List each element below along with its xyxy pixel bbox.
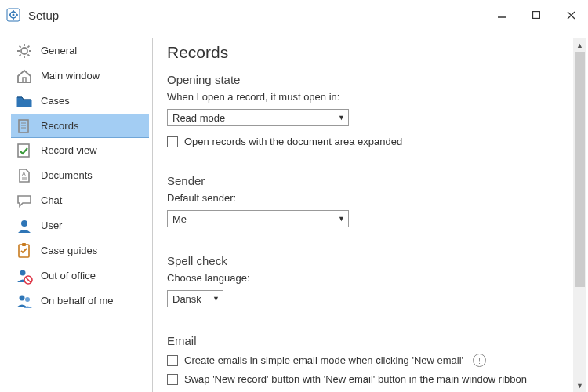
sidebar-item-label: On behalf of me [41,295,114,307]
out-of-office-icon [16,267,33,285]
sidebar-item-label: Records [41,120,78,132]
record-icon [16,118,33,135]
document-icon: A [16,167,33,184]
section-email: Email Create emails in simple email mode… [167,334,573,385]
sidebar-item-label: User [41,220,62,231]
svg-rect-23 [22,243,26,246]
svg-point-27 [20,295,25,300]
chat-icon [16,192,33,209]
sidebar-item-label: Main window [41,70,100,82]
section-heading: Opening state [167,73,573,86]
sidebar-item-user[interactable]: User [11,213,149,238]
svg-text:A: A [22,171,26,176]
close-button[interactable] [554,2,588,27]
section-sender: Sender Default sender: Me ▼ [167,174,573,227]
sidebar: General Main window Cases Records [11,38,152,392]
vertical-scrollbar[interactable]: ▲ ▼ [573,38,586,392]
sidebar-item-documents[interactable]: A Documents [11,163,149,188]
simple-email-label: Create emails in simple email mode when … [184,354,463,366]
open-mode-select[interactable]: Read mode ▼ [167,109,349,126]
record-view-icon [16,142,33,159]
section-spell-check: Spell check Choose language: Dansk ▼ [167,254,573,307]
content: Records Opening state When I open a reco… [167,38,573,392]
section-heading: Spell check [167,254,573,267]
on-behalf-icon [16,292,33,310]
simple-email-checkbox-row[interactable]: Create emails in simple email mode when … [167,354,573,367]
sidebar-item-main-window[interactable]: Main window [11,64,149,89]
expand-checkbox-row[interactable]: Open records with the document area expa… [167,136,573,147]
sidebar-item-label: Chat [41,194,62,206]
sidebar-item-case-guides[interactable]: Case guides [11,238,149,263]
chevron-down-icon: ▼ [338,215,345,223]
open-mode-value: Read mode [172,112,225,124]
sidebar-item-label: Out of office [41,270,96,281]
maximize-button[interactable] [519,2,554,27]
swap-button-label: Swap 'New record' button with 'New email… [184,373,527,385]
svg-point-11 [21,48,27,54]
section-heading: Email [167,334,573,347]
svg-point-2 [13,14,15,16]
body: General Main window Cases Records [0,31,588,392]
svg-rect-13 [19,120,28,132]
sender-value: Me [172,213,187,225]
svg-rect-12 [23,78,26,82]
section-heading: Sender [167,174,573,187]
svg-point-21 [21,220,27,227]
sidebar-item-label: Record view [41,144,97,156]
page-title: Records [167,43,573,62]
language-select[interactable]: Dansk ▼ [167,290,223,307]
gear-icon [16,42,33,60]
house-icon [16,67,33,85]
checkbox-icon [167,374,178,385]
scroll-down-icon[interactable]: ▼ [573,379,586,392]
svg-rect-8 [533,12,540,19]
titlebar: Setup [0,0,588,31]
minimize-button[interactable] [485,2,519,27]
expand-label: Open records with the document area expa… [184,136,402,147]
section-opening-state: Opening state When I open a record, it m… [167,73,573,147]
language-value: Dansk [172,293,201,305]
chevron-down-icon: ▼ [212,295,220,303]
scroll-up-icon[interactable]: ▲ [573,38,586,52]
sidebar-item-label: Case guides [41,245,97,256]
sidebar-item-record-view[interactable]: Record view [11,138,149,163]
sidebar-item-label: General [41,45,77,56]
sidebar-item-chat[interactable]: Chat [11,188,149,213]
sidebar-item-general[interactable]: General [11,38,149,64]
main-panel: Records Opening state When I open a reco… [152,38,588,392]
default-sender-select[interactable]: Me ▼ [167,210,349,227]
folder-icon [16,93,33,110]
info-icon[interactable]: ! [473,354,486,367]
svg-rect-17 [18,144,29,157]
setup-window: Setup General [0,0,588,392]
sidebar-item-out-of-office[interactable]: Out of office [11,263,149,289]
window-title: Setup [28,9,59,22]
sidebar-item-on-behalf[interactable]: On behalf of me [11,289,149,314]
swap-button-checkbox-row[interactable]: Swap 'New record' button with 'New email… [167,373,573,385]
window-controls [485,2,588,27]
sidebar-item-label: Cases [41,95,70,107]
sidebar-item-cases[interactable]: Cases [11,89,149,114]
checkbox-icon [167,355,178,366]
svg-point-24 [20,270,26,275]
checkbox-icon [167,136,178,147]
svg-point-28 [25,297,30,302]
opening-state-prompt: When I open a record, it must open in: [167,91,573,103]
app-icon [6,8,20,22]
scroll-thumb[interactable] [575,52,585,287]
sidebar-item-label: Documents [41,169,93,181]
sender-prompt: Default sender: [167,192,573,204]
clipboard-icon [16,242,33,260]
chevron-down-icon: ▼ [338,114,345,122]
user-icon [16,217,33,234]
sidebar-item-records[interactable]: Records [11,114,149,138]
spell-check-prompt: Choose language: [167,272,573,284]
